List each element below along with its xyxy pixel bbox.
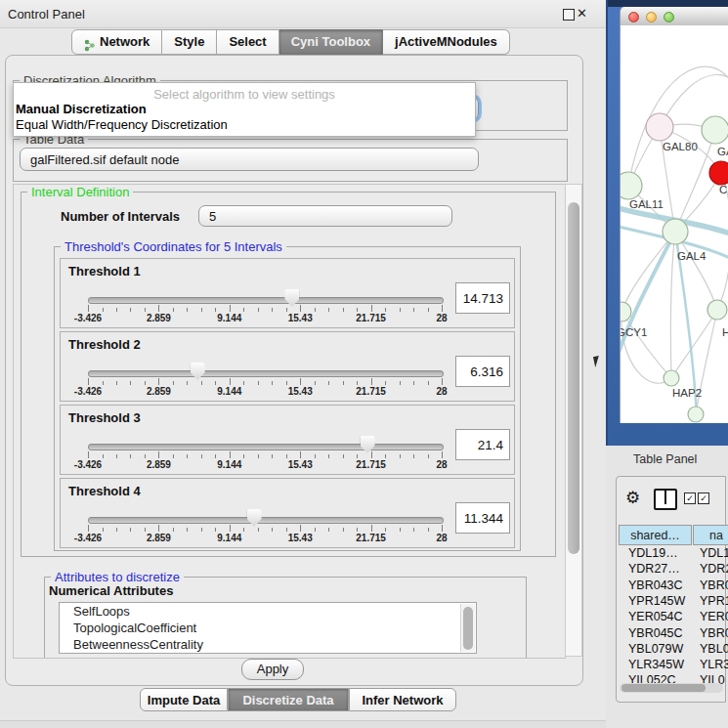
horizontal-scrollbar[interactable]: [620, 683, 723, 693]
table-data-combobox[interactable]: galFiltered.sif default node: [20, 148, 479, 171]
threshold-value-field[interactable]: 14.713: [455, 282, 510, 314]
table-row-cell[interactable]: YBR045C: [628, 626, 683, 640]
table-row-cell[interactable]: YBL0: [700, 642, 728, 656]
table-row-cell[interactable]: YBR0: [700, 578, 728, 592]
table-header-name[interactable]: na: [693, 525, 728, 545]
network-node[interactable]: [663, 219, 688, 244]
column-layout-icon[interactable]: [654, 489, 677, 510]
slider-thumb[interactable]: [191, 363, 205, 380]
checkbox-icon[interactable]: ✓: [698, 492, 709, 504]
slider-thumb[interactable]: [284, 289, 299, 307]
list-item[interactable]: TopologicalCoefficient: [60, 620, 476, 636]
node-label: GAL11: [629, 198, 664, 210]
tick-label: -3.426: [74, 459, 102, 470]
zoom-traffic-light[interactable]: [664, 12, 674, 22]
num-intervals-combobox[interactable]: 5: [198, 205, 452, 227]
tick-label: 9.144: [217, 533, 241, 543]
threshold-label: Threshold 2: [68, 337, 141, 352]
network-node[interactable]: [702, 116, 728, 144]
tab-discretize-data[interactable]: Discretize Data: [228, 688, 349, 711]
table-row-cell[interactable]: YLR345W: [628, 658, 684, 671]
slider-track[interactable]: [88, 297, 444, 304]
tab-jactivemnodules[interactable]: jActiveMNodules: [383, 29, 510, 55]
table-row-cell[interactable]: YBL079W: [628, 642, 683, 656]
threshold-value-field[interactable]: 21.4: [455, 429, 510, 460]
list-item[interactable]: SelfLoops: [60, 603, 476, 620]
tick-mark: [343, 454, 344, 458]
network-node[interactable]: [688, 407, 704, 422]
attributes-listbox[interactable]: SelfLoopsTopologicalCoefficientBetweenne…: [59, 602, 477, 654]
scrollbar-thumb[interactable]: [568, 202, 579, 554]
table-row-cell[interactable]: YLR3: [700, 658, 728, 671]
numerical-attributes-label: Numerical Attributes: [49, 583, 173, 598]
algorithm-dropdown-popup: Select algorithm to view settings Manual…: [13, 82, 476, 137]
horizontal-scrollbar-thumb[interactable]: [621, 684, 706, 692]
network-node[interactable]: [709, 161, 728, 185]
table-row-cell[interactable]: YDR27…: [628, 562, 680, 576]
threshold-value-field[interactable]: 11.344: [455, 502, 510, 534]
table-header-shared-name[interactable]: shared…: [619, 525, 692, 545]
network-view-canvas[interactable]: GAL80GACGAL11GAL4GCY1HHAP2: [620, 25, 728, 423]
tick-mark: [371, 378, 372, 385]
minimize-traffic-light[interactable]: [646, 12, 657, 22]
tick-mark: [385, 528, 386, 532]
network-node[interactable]: [707, 300, 727, 320]
table-row-cell[interactable]: YPR1: [700, 594, 728, 608]
tab-label: Style: [174, 30, 204, 54]
tick-mark: [357, 381, 358, 385]
dropdown-option-manual[interactable]: Manual Discretization: [16, 102, 147, 116]
slider-track[interactable]: [88, 517, 444, 524]
table-row-cell[interactable]: YDL1: [700, 546, 728, 560]
tick-mark: [286, 308, 287, 312]
slider-track[interactable]: [88, 370, 444, 377]
slider-track[interactable]: [88, 444, 444, 450]
tick-label: 28: [436, 533, 447, 543]
vertical-scrollbar[interactable]: [565, 184, 582, 657]
table-row-cell[interactable]: YPR145W: [628, 594, 685, 608]
network-node[interactable]: [621, 172, 642, 199]
network-node[interactable]: [621, 302, 631, 321]
checkbox-icon[interactable]: ✓: [684, 492, 696, 504]
table-row-cell[interactable]: YER0: [700, 610, 728, 623]
tab-cyni-toolbox[interactable]: Cyni Toolbox: [279, 29, 383, 55]
list-scrollbar-thumb[interactable]: [463, 607, 473, 650]
desktop-background-top: [606, 0, 728, 7]
threshold-value-field[interactable]: 6.316: [455, 356, 510, 387]
slider-thumb[interactable]: [247, 509, 262, 527]
tick-label: 15.43: [288, 313, 313, 323]
network-node[interactable]: [646, 113, 673, 141]
slider-thumb[interactable]: [361, 436, 375, 453]
list-scrollbar[interactable]: [460, 604, 475, 652]
tab-impute-data[interactable]: Impute Data: [140, 688, 228, 711]
tab-network[interactable]: Network: [71, 29, 162, 55]
tick-mark: [130, 528, 131, 532]
tick-mark: [258, 454, 259, 458]
tab-infer-network[interactable]: Infer Network: [349, 688, 456, 711]
tick-mark: [428, 308, 429, 312]
apply-button[interactable]: Apply: [241, 659, 304, 680]
tick-label: 2.859: [147, 313, 171, 323]
tick-label: 2.859: [147, 533, 171, 543]
tick-mark: [300, 451, 301, 458]
network-edge-highlighted: [621, 232, 675, 364]
tab-select[interactable]: Select: [217, 29, 278, 55]
tick-label: 2.859: [147, 459, 171, 470]
gear-icon[interactable]: ⚙: [625, 488, 640, 508]
table-row-cell[interactable]: YDL19…: [628, 546, 678, 560]
network-node[interactable]: [664, 370, 679, 386]
network-window-titlebar[interactable]: [620, 7, 728, 26]
close-traffic-light[interactable]: [628, 12, 639, 22]
table-row-cell[interactable]: YBR043C: [628, 578, 683, 592]
table-row-cell[interactable]: YBR0: [700, 626, 728, 640]
tick-mark: [103, 454, 104, 458]
table-row-cell[interactable]: YER054C: [628, 610, 683, 623]
close-icon[interactable]: ✕: [577, 6, 587, 21]
dropdown-option-equal-width[interactable]: Equal Width/Frequency Discretization: [16, 117, 228, 132]
tab-style[interactable]: Style: [162, 29, 217, 55]
table-row-cell[interactable]: YDR2: [700, 562, 728, 576]
float-window-icon[interactable]: [563, 9, 575, 21]
list-item[interactable]: BetweennessCentrality: [60, 636, 476, 653]
tick-mark: [215, 381, 216, 385]
tick-mark: [272, 381, 273, 385]
node-label: HAP2: [672, 387, 702, 399]
